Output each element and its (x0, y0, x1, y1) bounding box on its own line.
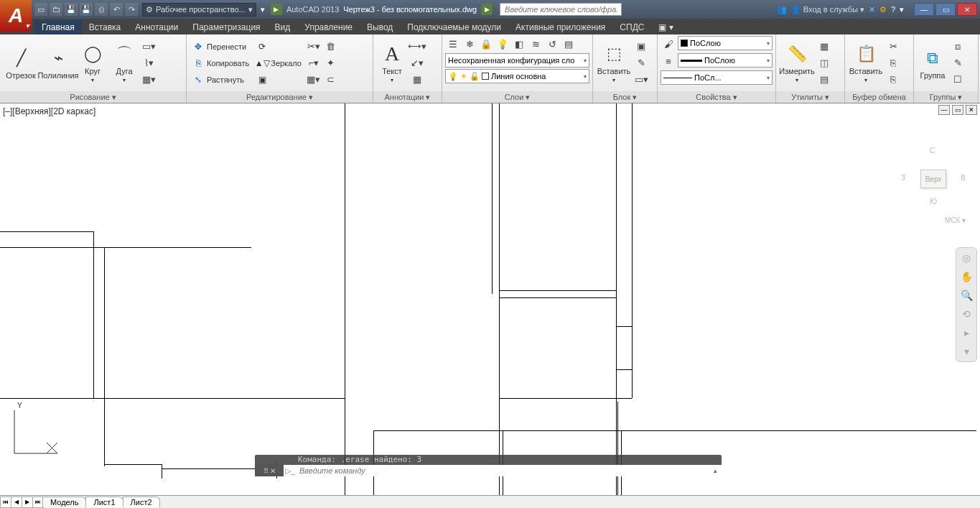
array-icon[interactable]: ▦▾ (306, 72, 322, 88)
wcs-dropdown[interactable]: МСК ▾ (945, 216, 966, 224)
redo-icon[interactable]: ↷ (125, 3, 138, 16)
group-button[interactable]: ⧉Группа (917, 37, 948, 90)
tab-insert[interactable]: Вставка (82, 20, 129, 34)
trim-icon[interactable]: ✂▾ (306, 39, 322, 55)
panel-annot-title[interactable]: Аннотации ▾ (373, 91, 442, 103)
list-icon[interactable]: ≡ (661, 53, 676, 69)
arc-button[interactable]: ⌒Дуга▾ (109, 37, 139, 90)
explode-icon[interactable]: ✦ (323, 55, 339, 71)
scale-button[interactable]: ▣ (253, 72, 304, 88)
cmd-history-button[interactable]: ▴ (709, 467, 722, 474)
drawing-area[interactable]: [–][Верхняя][2D каркас] — ▭ ✕ Y С З В Ю … (0, 103, 980, 495)
panel-draw-title[interactable]: Рисование ▾ (0, 91, 186, 103)
new-icon[interactable]: ▭ (34, 3, 47, 16)
stretch-button[interactable]: ⤡Растянуть (190, 72, 252, 88)
layer-match-icon[interactable]: ≋ (528, 36, 543, 52)
minimize-button[interactable]: — (914, 3, 934, 16)
viewcube[interactable]: С З В Ю Верх МСК ▾ (901, 147, 966, 211)
plot-icon[interactable]: ⎙ (95, 3, 108, 16)
offset-icon[interactable]: ⊂ (323, 72, 339, 88)
doc-close-button[interactable]: ✕ (966, 105, 977, 115)
copy-clip-icon[interactable]: ⎘ (885, 55, 901, 71)
layer-iso-icon[interactable]: ◧ (511, 36, 527, 52)
paste-button[interactable]: 📋Вставить▾ (848, 37, 884, 90)
tab-output[interactable]: Вывод (360, 20, 400, 34)
attr-block-icon[interactable]: ▭▾ (633, 72, 649, 88)
tab-apps[interactable]: Активные приложения (508, 20, 612, 34)
cut-icon[interactable]: ✂ (885, 39, 901, 55)
table-icon[interactable]: ▦ (409, 72, 425, 88)
circle-button[interactable]: ◯Круг▾ (78, 37, 108, 90)
leader-icon[interactable]: ↙▾ (409, 55, 425, 71)
rect-icon[interactable]: ▭▾ (141, 39, 157, 55)
pan-icon[interactable]: ✋ (959, 269, 974, 284)
linetype-dropdown[interactable]: ПоСл... (661, 70, 773, 85)
tab-plugins[interactable]: Подключаемые модули (400, 20, 508, 34)
app-menu-button[interactable]: A (0, 0, 32, 32)
qselect-icon[interactable]: ◫ (816, 55, 832, 71)
copy-base-icon[interactable]: ⎘ (885, 72, 901, 88)
command-input[interactable] (297, 466, 709, 475)
panel-util-title[interactable]: Утилиты ▾ (776, 91, 844, 103)
select-icon[interactable]: ▦ (816, 39, 832, 55)
maximize-button[interactable]: ▭ (935, 3, 956, 16)
close-button[interactable]: ✕ (957, 3, 977, 16)
lineweight-dropdown[interactable]: ПоСлою (678, 53, 773, 68)
layer-state-dropdown[interactable]: Несохраненная конфигурация сло (445, 53, 589, 68)
tab-manage[interactable]: Управление (297, 20, 360, 34)
tab-next-button[interactable]: ▶ (22, 497, 33, 508)
line-button[interactable]: ╱Отрезок (3, 37, 39, 90)
viewport-label[interactable]: [–][Верхняя][2D каркас] (3, 106, 95, 116)
tab-extra[interactable]: ▣ ▾ (651, 20, 680, 34)
spline-icon[interactable]: ⌇▾ (141, 55, 157, 71)
doc-min-button[interactable]: — (938, 105, 950, 115)
save-icon[interactable]: 💾 (65, 3, 78, 16)
tab-home[interactable]: Главная (34, 20, 82, 34)
tab-prev-button[interactable]: ◀ (11, 497, 22, 508)
panel-props-title[interactable]: Свойства ▾ (658, 91, 775, 103)
help-icon[interactable]: ? (891, 5, 895, 14)
cmd-handle[interactable]: ⠿✕ (255, 465, 284, 476)
color-dropdown[interactable]: ПоСлою (678, 36, 773, 50)
calc-icon[interactable]: ▤ (816, 72, 832, 88)
infocenter-icon[interactable]: 👥 (777, 5, 787, 14)
help-icon-small[interactable]: ⚙ (879, 5, 887, 14)
panel-block-title[interactable]: Блок ▾ (593, 91, 657, 103)
insert-block-button[interactable]: ⬚Вставить▾ (596, 37, 632, 90)
open-icon[interactable]: 🗀 (50, 3, 62, 16)
signin-button[interactable]: 👤 Вход в службы ▾ (791, 5, 864, 14)
tab-spds[interactable]: СПДС (612, 20, 651, 34)
steering-wheel-icon[interactable]: ◎ (959, 251, 974, 265)
move-button[interactable]: ✥Перенести (190, 39, 252, 55)
polyline-button[interactable]: ⌁Полилиния (40, 37, 76, 90)
layer-prop-icon[interactable]: ☰ (445, 36, 461, 52)
ungroup-icon[interactable]: ⧈ (950, 39, 966, 55)
play-icon[interactable]: ▶ (271, 4, 282, 15)
showmotion-icon[interactable]: ▸ (959, 325, 974, 340)
fillet-icon[interactable]: ⌐▾ (306, 55, 322, 71)
play-icon-2[interactable]: ▶ (481, 4, 493, 15)
nav-more-icon[interactable]: ▾ (959, 344, 974, 359)
layer-walk-icon[interactable]: ▤ (561, 36, 577, 52)
text-button[interactable]: AТекст▾ (376, 37, 408, 90)
match-prop-icon[interactable]: 🖌 (661, 36, 676, 52)
layer-freeze-icon[interactable]: ❄ (462, 36, 477, 52)
copy-button[interactable]: ⎘Копировать (190, 55, 252, 71)
erase-icon[interactable]: 🗑 (323, 39, 339, 55)
tab-annotate[interactable]: Аннотации (128, 20, 185, 34)
undo-icon[interactable]: ↶ (110, 3, 123, 16)
panel-modify-title[interactable]: Редактирование ▾ (187, 91, 373, 103)
exchange-icon[interactable]: ✕ (869, 5, 875, 14)
zoom-icon[interactable]: 🔍 (959, 288, 974, 303)
tab-view[interactable]: Вид (268, 20, 298, 34)
tab-sheet2[interactable]: Лист2 (123, 497, 160, 507)
layer-current-dropdown[interactable]: 💡☀🔓Линия основна (445, 69, 589, 83)
group-sel-icon[interactable]: ☐ (950, 72, 966, 88)
layer-off-icon[interactable]: 💡 (495, 36, 510, 52)
tab-sheet1[interactable]: Лист1 (85, 497, 123, 507)
orbit-icon[interactable]: ⟲ (959, 307, 974, 321)
create-block-icon[interactable]: ▣ (633, 39, 649, 55)
viewcube-top[interactable]: Верх (920, 170, 946, 188)
edit-block-icon[interactable]: ✎ (633, 55, 649, 71)
layer-lock-icon[interactable]: 🔒 (478, 36, 494, 52)
